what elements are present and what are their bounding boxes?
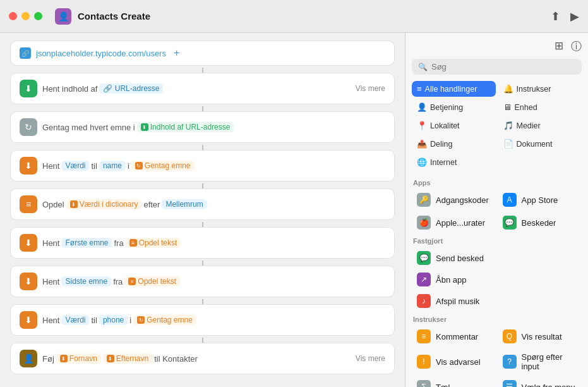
- tab-alle-label: Alle handlinger: [425, 85, 477, 94]
- action-icon-hent-vaerdi-name: ⬇: [20, 157, 37, 175]
- maximize-button[interactable]: [34, 12, 42, 20]
- alle-handlinger-icon: ≡: [417, 84, 422, 94]
- tab-dokument[interactable]: 📄 Dokument: [498, 136, 582, 152]
- betjening-icon: 👤: [417, 102, 427, 112]
- tag-vaerdi-2: Værdi: [61, 315, 89, 325]
- sidebar-item-taeel[interactable]: Σ Tæl: [412, 376, 496, 387]
- sidebar-item-spoerg-input[interactable]: ? Spørg efter input: [498, 348, 582, 375]
- label-efter: efter: [143, 200, 160, 209]
- action-library: ⊞ ⓘ 🔍 ≡ Alle handlinger 🔔 Instrukser 👤 B…: [405, 33, 588, 387]
- tag-foerste-emne: Første emne: [61, 238, 112, 248]
- action-icon-hent-sidste: ⬇: [20, 273, 37, 290]
- tag-url-adresse: 🔗 URL-adresse: [99, 83, 163, 94]
- vis-resultat-label: Vis resultat: [522, 332, 562, 341]
- titlebar-actions: ⬆ ▶: [551, 9, 579, 23]
- tab-lokalitet[interactable]: 📍 Lokalitet: [412, 118, 496, 133]
- tag-efternavn: ⬇ Efternavn: [103, 353, 152, 364]
- action-opdel[interactable]: ≡ Opdel ⬇ Værdi i dictionary efter Melle…: [10, 188, 395, 220]
- sidebar-item-vis-advarsel[interactable]: ! Vis advarsel: [412, 348, 496, 375]
- action-gentag[interactable]: ↻ Gentag med hvert emne i ⬇ Indhold af U…: [10, 111, 395, 143]
- search-input[interactable]: [431, 62, 575, 71]
- sidebar-item-vis-resultat[interactable]: Q Vis resultat: [498, 326, 582, 347]
- spoerg-input-label: Spørg efter input: [522, 352, 577, 371]
- window-title: Contacts Create: [78, 11, 544, 22]
- info-button[interactable]: ⓘ: [571, 39, 582, 54]
- tab-internet[interactable]: 🌐 Internet: [412, 154, 496, 170]
- instrukser-icon: 🔔: [503, 84, 513, 94]
- sidebar-item-send-besked[interactable]: 💬 Send besked: [412, 247, 582, 269]
- connector-3: [202, 145, 203, 150]
- send-besked-icon: 💬: [417, 251, 431, 265]
- afspil-musik-icon: ♪: [417, 294, 431, 308]
- label-hent-indhold: Hent indhold af: [42, 84, 97, 94]
- sidebar-item-vaelg-fra-menu[interactable]: ☰ Vælg fra menu: [498, 376, 582, 387]
- share-button[interactable]: ⬆: [551, 9, 560, 23]
- sidebar-item-kommentar[interactable]: ≡ Kommentar: [412, 326, 496, 347]
- action-foj[interactable]: 👤 Føj ⬇ Fornavn ⬇ Efternavn til Kontakte…: [10, 343, 395, 374]
- minimize-button[interactable]: [21, 12, 30, 20]
- label-i-2: i: [129, 316, 131, 325]
- label-gentag: Gentag med hvert emne i: [42, 123, 135, 132]
- dokument-icon: 📄: [503, 139, 513, 149]
- label-til-2: til: [91, 316, 97, 325]
- sidebar-item-aabn-app[interactable]: ↗ Åbn app: [412, 269, 582, 290]
- close-button[interactable]: [9, 12, 17, 20]
- action-hent-vaerdi-phone[interactable]: ⬇ Hent Værdi til phone i ↻ Gentag emne: [10, 304, 395, 336]
- vis-advarsel-label: Vis advarsel: [436, 357, 481, 367]
- url-bar[interactable]: 🔗 jsonplaceholder.typicode.com/users +: [10, 40, 395, 66]
- vis-mere-hent[interactable]: Vis mere: [356, 84, 385, 93]
- sidebar-item-app-store[interactable]: A App Store: [498, 189, 582, 211]
- tag-phone: phone: [99, 315, 128, 325]
- tag-vaerdi-dictionary: ⬇ Værdi i dictionary: [66, 199, 142, 209]
- spoerg-input-icon: ?: [503, 355, 517, 369]
- search-bar[interactable]: 🔍: [412, 59, 582, 75]
- url-icon: 🔗: [20, 47, 31, 59]
- tag-indhold-url: ⬇ Indhold af URL-adresse: [137, 122, 234, 132]
- tab-deling[interactable]: 📤 Deling: [412, 136, 496, 152]
- tab-betjening[interactable]: 👤 Betjening: [412, 99, 496, 115]
- sidebar-item-apple[interactable]: 🍎 Apple...urater: [412, 212, 496, 233]
- app-store-label: App Store: [522, 195, 558, 205]
- tab-alle-handlinger[interactable]: ≡ Alle handlinger: [412, 81, 496, 97]
- action-hent-indhold[interactable]: ⬇ Hent indhold af 🔗 URL-adresse Vis mere: [10, 73, 395, 104]
- tag-opdel-tekst-1: ≡ Opdel tekst: [126, 238, 181, 248]
- instrukser-grid: ≡ Kommentar Q Vis resultat ! Vis advarse…: [412, 326, 582, 387]
- connector-5: [202, 222, 203, 227]
- play-button[interactable]: ▶: [570, 9, 579, 23]
- tab-instrukser[interactable]: 🔔 Instrukser: [498, 81, 582, 97]
- action-icon-hent-vaerdi-phone: ⬇: [20, 311, 37, 329]
- instrukser-section-header: Instrukser: [413, 316, 580, 323]
- adgangskoder-icon: 🔑: [417, 193, 431, 207]
- sidebar-item-afspil-musik[interactable]: ♪ Afspil musik: [412, 290, 582, 312]
- action-content-hent-vaerdi-phone: Hent Værdi til phone i ↻ Gentag emne: [42, 315, 385, 325]
- url-text: jsonplaceholder.typicode.com/users: [36, 49, 166, 58]
- tab-enhed[interactable]: 🖥 Enhed: [498, 99, 582, 115]
- sidebar-item-adgangskoder[interactable]: 🔑 Adgangskoder: [412, 189, 496, 211]
- connector-6: [202, 261, 203, 266]
- send-besked-label: Send besked: [436, 254, 484, 263]
- deling-icon: 📤: [417, 139, 427, 149]
- url-add-button[interactable]: +: [174, 47, 179, 59]
- action-icon-opdel: ≡: [20, 195, 37, 213]
- action-content-hent-sidste: Hent Sidste emne fra ≡ Opdel tekst: [42, 276, 385, 286]
- action-hent-sidste[interactable]: ⬇ Hent Sidste emne fra ≡ Opdel tekst: [10, 266, 395, 297]
- apple-icon: 🍎: [417, 216, 431, 230]
- vis-mere-foj[interactable]: Vis mere: [356, 354, 385, 363]
- tab-medier-label: Medier: [517, 121, 541, 130]
- tab-instrukser-label: Instrukser: [517, 85, 551, 94]
- kommentar-icon: ≡: [417, 329, 431, 343]
- tag-sidste-emne: Sidste emne: [61, 276, 111, 286]
- category-tabs: ≡ Alle handlinger 🔔 Instrukser 👤 Betjeni…: [412, 81, 582, 170]
- tab-deling-label: Deling: [430, 140, 452, 149]
- action-hent-foerste[interactable]: ⬇ Hent Første emne fra ≡ Opdel tekst: [10, 227, 395, 259]
- sidebar-item-beskeder[interactable]: 💬 Beskeder: [498, 212, 582, 233]
- tag-gentag-emne-2: ↻ Gentag emne: [133, 315, 196, 325]
- tag-gentag-emne-1: ↻ Gentag emne: [131, 161, 195, 171]
- action-icon-hent-indhold: ⬇: [20, 80, 37, 97]
- tab-medier[interactable]: 🎵 Medier: [498, 118, 582, 133]
- action-hent-vaerdi-name[interactable]: ⬇ Hent Værdi til name i ↻ Gentag emne: [10, 150, 395, 181]
- add-action-button[interactable]: ⊞: [555, 39, 563, 54]
- label-opdel: Opdel: [42, 200, 64, 209]
- medier-icon: 🎵: [503, 121, 513, 130]
- aabn-app-label: Åbn app: [436, 275, 466, 285]
